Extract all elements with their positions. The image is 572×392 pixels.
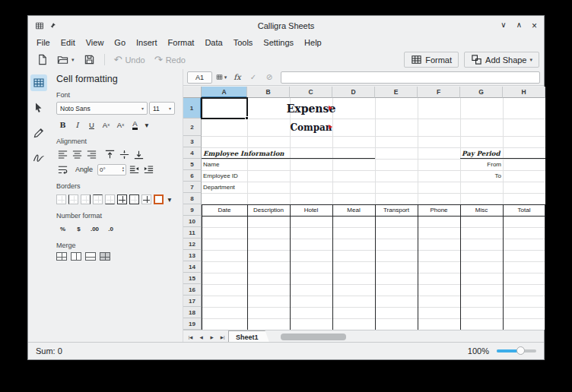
column-header-e[interactable]: E xyxy=(375,87,418,98)
table-header-total[interactable]: Total xyxy=(503,204,545,216)
column-header-a[interactable]: A xyxy=(202,87,247,98)
superscript-button[interactable]: Ax xyxy=(100,119,113,131)
valign-top-button[interactable] xyxy=(103,148,116,160)
underline-button[interactable]: U xyxy=(85,119,98,131)
cell-reference-dropdown[interactable]: ▾ xyxy=(214,71,228,84)
column-header-d[interactable]: D xyxy=(332,87,375,98)
merge-horizontal-button[interactable] xyxy=(71,252,81,261)
valign-bottom-button[interactable] xyxy=(132,148,145,160)
column-header-g[interactable]: G xyxy=(460,87,503,98)
indent-decrease-button[interactable] xyxy=(128,163,141,175)
wrap-text-button[interactable] xyxy=(56,163,69,175)
maximize-button[interactable]: ∧ xyxy=(516,21,522,31)
unmerge-cells-button[interactable] xyxy=(100,252,110,261)
column-header-h[interactable]: H xyxy=(503,87,545,98)
menu-edit[interactable]: Edit xyxy=(56,36,81,49)
menu-format[interactable]: Format xyxy=(163,36,200,49)
border-right-button[interactable] xyxy=(81,194,91,204)
titlebar[interactable]: Calligra Sheets ∨ ∧ × xyxy=(28,16,544,35)
column-header-c[interactable]: C xyxy=(290,87,332,98)
increase-precision-button[interactable]: .00 xyxy=(88,223,101,235)
border-none-button[interactable] xyxy=(56,194,66,204)
save-button[interactable] xyxy=(80,52,99,67)
menu-file[interactable]: File xyxy=(31,36,56,49)
selection-fill-handle[interactable] xyxy=(245,116,249,120)
redo-button[interactable]: ↷ Redo xyxy=(151,52,189,67)
cell-name-label[interactable]: Name xyxy=(203,159,219,170)
cell-from-label[interactable]: From xyxy=(460,159,501,170)
row-header-6[interactable]: 6 xyxy=(183,170,202,182)
menu-settings[interactable]: Settings xyxy=(258,36,299,49)
border-bottom-button[interactable] xyxy=(105,194,115,204)
row-header-16[interactable]: 16 xyxy=(183,284,202,296)
last-sheet-button[interactable]: ▶| xyxy=(218,332,227,343)
formula-input[interactable] xyxy=(281,71,540,84)
open-document-button[interactable]: ▾ xyxy=(53,52,78,67)
column-header-f[interactable]: F xyxy=(418,87,460,98)
cell-reference-box[interactable]: A1 xyxy=(187,71,212,84)
add-shape-button[interactable]: Add Shape ▾ xyxy=(464,52,539,68)
row-header-10[interactable]: 10 xyxy=(183,216,202,227)
menu-view[interactable]: View xyxy=(81,36,110,49)
border-color-button[interactable] xyxy=(154,194,164,204)
row-header-5[interactable]: 5 xyxy=(183,159,202,170)
align-right-button[interactable] xyxy=(85,148,98,160)
horizontal-scrollbar-thumb[interactable] xyxy=(281,334,346,340)
table-header-misc[interactable]: Misc xyxy=(460,204,503,216)
font-color-button[interactable]: A xyxy=(129,119,141,131)
align-left-button[interactable] xyxy=(56,148,69,160)
row-header-14[interactable]: 14 xyxy=(183,261,202,273)
border-outline-button[interactable] xyxy=(129,194,139,204)
font-color-chevron[interactable]: ▾ xyxy=(143,119,151,131)
row-header-15[interactable]: 15 xyxy=(183,273,202,284)
tool-freehand[interactable] xyxy=(30,150,47,166)
tool-table[interactable] xyxy=(30,74,47,91)
row-header-11[interactable]: 11 xyxy=(183,227,202,239)
merge-vertical-button[interactable] xyxy=(85,252,96,261)
row-header-8[interactable]: 8 xyxy=(183,193,202,204)
italic-button[interactable]: I xyxy=(71,119,84,131)
cell-title[interactable]: Expense xyxy=(247,98,375,119)
currency-format-button[interactable]: $ xyxy=(72,223,85,235)
cell-to-label[interactable]: To xyxy=(460,170,501,182)
row-header-2[interactable]: 2 xyxy=(183,119,202,136)
border-inner-button[interactable] xyxy=(141,194,151,204)
horizontal-scrollbar[interactable] xyxy=(275,334,538,340)
cell-subtitle[interactable]: Compan xyxy=(247,119,375,136)
table-header-date[interactable]: Date xyxy=(202,204,247,216)
next-sheet-button[interactable]: ▶ xyxy=(207,332,217,343)
border-color-chevron[interactable]: ▾ xyxy=(166,193,173,205)
previous-sheet-button[interactable]: ◀ xyxy=(196,332,206,343)
tool-pen[interactable] xyxy=(30,125,47,141)
new-document-button[interactable] xyxy=(33,52,52,67)
border-left-button[interactable] xyxy=(68,194,78,204)
cell-employee-information[interactable]: Employee Information xyxy=(203,147,284,159)
table-header-phone[interactable]: Phone xyxy=(418,204,460,216)
spin-down-icon[interactable]: ▾ xyxy=(122,169,124,172)
close-button[interactable]: × xyxy=(532,21,537,31)
spreadsheet-grid[interactable]: A B C D E F G H 1 2 3 4 5 6 7 8 9 10 11 … xyxy=(183,87,545,330)
minimize-button[interactable]: ∨ xyxy=(500,21,506,31)
row-header-13[interactable]: 13 xyxy=(183,250,202,261)
undo-button[interactable]: ↶ Undo xyxy=(110,52,149,67)
menu-data[interactable]: Data xyxy=(199,36,227,49)
row-header-4[interactable]: 4 xyxy=(183,147,202,159)
cell-department-label[interactable]: Department xyxy=(203,182,235,193)
function-button[interactable]: fx xyxy=(230,71,244,84)
bold-button[interactable]: B xyxy=(56,119,69,131)
row-header-19[interactable]: 19 xyxy=(183,318,202,330)
table-header-hotel[interactable]: Hotel xyxy=(290,204,332,216)
first-sheet-button[interactable]: |◀ xyxy=(186,332,195,343)
cell-pay-period[interactable]: Pay Period xyxy=(462,147,500,159)
font-family-select[interactable]: Noto Sans ▾ xyxy=(56,102,148,115)
table-header-meal[interactable]: Meal xyxy=(332,204,375,216)
border-all-button[interactable] xyxy=(117,194,127,204)
menu-help[interactable]: Help xyxy=(299,36,327,49)
apply-button[interactable]: ✓ xyxy=(246,71,260,84)
select-all-corner[interactable] xyxy=(183,87,202,98)
angle-spinbox[interactable]: 0° ▴▾ xyxy=(97,164,126,175)
row-header-7[interactable]: 7 xyxy=(183,182,202,193)
format-button[interactable]: Format xyxy=(404,52,459,68)
table-header-description[interactable]: Description xyxy=(247,204,290,216)
indent-increase-button[interactable] xyxy=(142,163,155,175)
